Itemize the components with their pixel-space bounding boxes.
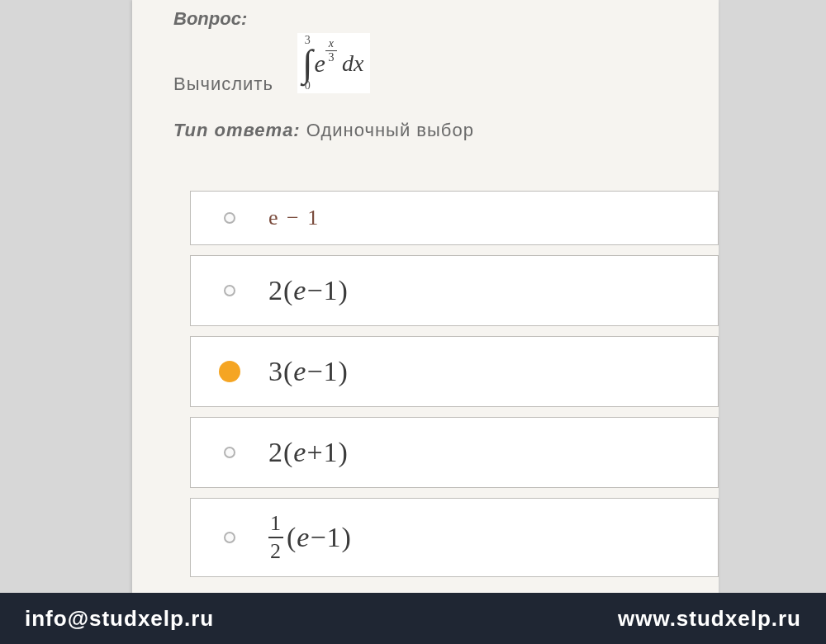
option-text: e − 1 — [268, 206, 320, 230]
option-text: 2(e−1) — [268, 275, 349, 306]
radio-selected-icon[interactable] — [219, 361, 240, 382]
radio-icon[interactable] — [224, 447, 235, 458]
options-list: e − 1 2(e−1) 3(e−1) 2(e+1) 1 — [132, 191, 719, 577]
option-1[interactable]: e − 1 — [190, 191, 719, 245]
option-3[interactable]: 3(e−1) — [190, 336, 719, 407]
question-label: Вопрос: — [173, 8, 677, 30]
exponent-fraction: x 3 — [325, 38, 337, 64]
integral-symbol: 3 ∫ 0 — [302, 35, 313, 92]
dx: dx — [342, 50, 363, 77]
footer-site: www.studxelp.ru — [618, 606, 801, 632]
footer-bar: info@studxelp.ru www.studxelp.ru — [0, 593, 826, 644]
fraction-half: 1 2 — [268, 513, 283, 562]
option-text: 3(e−1) — [268, 356, 349, 387]
e-base: e x 3 — [315, 50, 340, 78]
answer-type-value: Одиночный выбор — [306, 120, 474, 140]
compute-word: Вычислить — [173, 73, 677, 98]
option-4[interactable]: 2(e+1) — [190, 417, 719, 488]
footer-email: info@studxelp.ru — [25, 606, 214, 632]
radio-icon[interactable] — [224, 212, 235, 224]
radio-icon[interactable] — [224, 532, 235, 543]
integral-lower: 0 — [305, 80, 311, 92]
question-block: Вопрос: 3 ∫ 0 e x 3 — [132, 0, 719, 141]
integral-expression: 3 ∫ 0 e x 3 dx — [297, 33, 370, 93]
radio-icon[interactable] — [224, 285, 235, 296]
answer-type-row: Тип ответа: Одиночный выбор — [173, 120, 677, 141]
option-2[interactable]: 2(e−1) — [190, 255, 719, 326]
answer-type-label: Тип ответа: — [173, 120, 301, 140]
option-text: 2(e+1) — [268, 437, 349, 468]
option-5[interactable]: 1 2 (e−1) — [190, 498, 719, 577]
option-text: 1 2 (e−1) — [268, 513, 352, 562]
question-card: Вопрос: 3 ∫ 0 e x 3 — [132, 0, 719, 594]
